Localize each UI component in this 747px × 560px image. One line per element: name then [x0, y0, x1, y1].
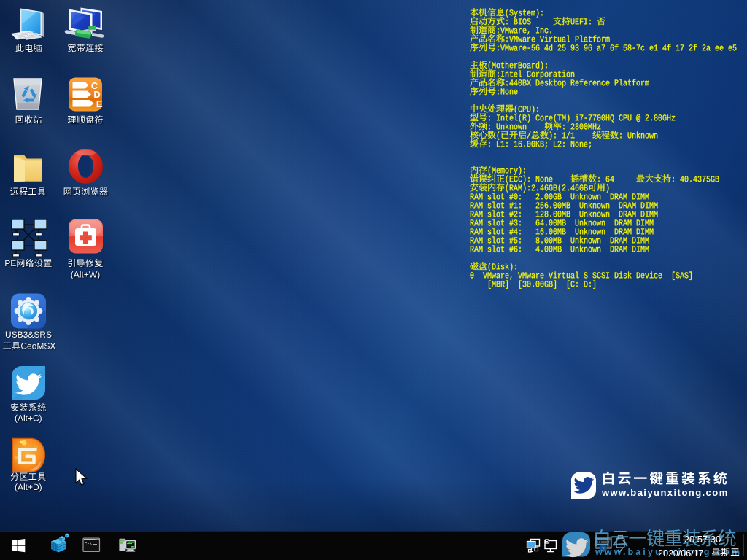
svg-text:C:\: C:\ [85, 542, 93, 547]
svg-text:www.baiyunxitong.com: www.baiyunxitong.com [601, 487, 729, 498]
svg-text:E: E [96, 99, 102, 109]
svg-text:2020/06/17: 2020/06/17 [658, 548, 704, 559]
svg-text:20:57:30: 20:57:30 [684, 534, 721, 545]
